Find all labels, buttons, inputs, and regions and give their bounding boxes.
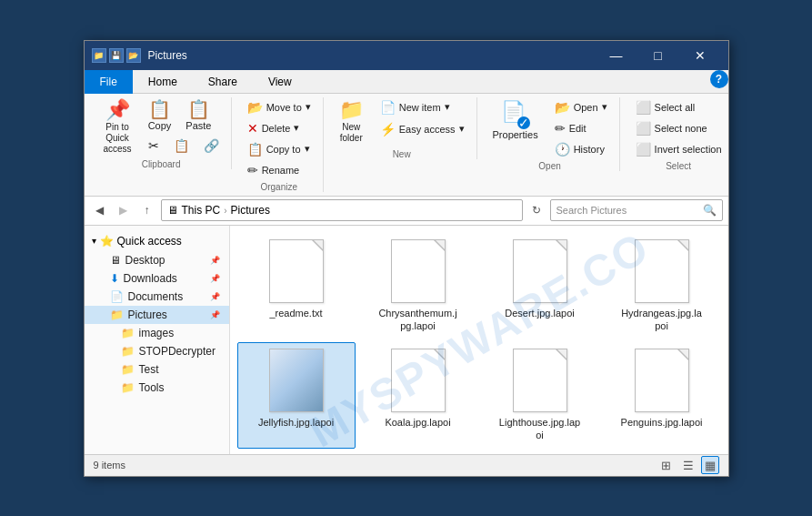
select-all-icon: ⬜ xyxy=(636,100,651,115)
edit-icon: ✏ xyxy=(555,121,566,136)
delete-arrow: ▾ xyxy=(294,122,299,134)
maximize-button[interactable]: □ xyxy=(637,41,679,70)
large-icon-view-button[interactable]: ⊞ xyxy=(657,456,676,474)
corner-inner xyxy=(679,240,688,249)
paste-shortcut-button[interactable]: 🔗 xyxy=(197,136,226,156)
file-icon-readme xyxy=(269,239,324,303)
cut-button[interactable]: ✂ xyxy=(142,136,165,156)
file-item-koala[interactable]: Koala.jpg.lapoi xyxy=(359,342,477,449)
back-button[interactable]: ◀ xyxy=(90,200,110,220)
history-label: History xyxy=(574,144,605,155)
paste-shortcut-icon: 🔗 xyxy=(204,138,219,153)
file-item-penguins[interactable]: Penguins.jpg.lapoi xyxy=(603,342,721,449)
file-item-lighthouse[interactable]: Lighthouse.jpg.lapoi xyxy=(481,342,599,449)
sidebar-item-desktop[interactable]: 🖥 Desktop 📌 xyxy=(85,251,229,269)
file-icon-lighthouse xyxy=(513,349,567,412)
copy-label: Copy xyxy=(148,120,172,131)
paste-button[interactable]: 📋 Paste xyxy=(179,97,217,134)
copy-to-arrow: ▾ xyxy=(305,143,310,155)
tab-home[interactable]: Home xyxy=(133,70,193,94)
copy-button[interactable]: 📋 Copy xyxy=(142,97,178,134)
history-icon: 🕐 xyxy=(555,142,570,157)
help-button[interactable]: ? xyxy=(710,70,728,88)
new-folder-button[interactable]: 📁 Newfolder xyxy=(333,97,370,147)
invert-icon: ⬜ xyxy=(636,142,651,157)
file-item-desert[interactable]: Desert.jpg.lapoi xyxy=(481,233,599,339)
file-area: MYSPYWARE.CO _readme.txt Chrys xyxy=(230,226,728,454)
edit-button[interactable]: ✏ Edit xyxy=(548,118,614,138)
sidebar-item-stopdecrypter[interactable]: 📁 STOPDecrypter xyxy=(85,342,229,360)
ribbon-group-clipboard: 📌 Pin to Quickaccess 📋 Copy 📋 Paste xyxy=(92,97,232,169)
invert-selection-button[interactable]: ⬜ Invert selection xyxy=(629,139,728,159)
properties-button[interactable]: 📄 ✓ Properties xyxy=(486,97,545,143)
select-buttons: ⬜ Select all ⬜ Select none ⬜ Invert sele… xyxy=(629,97,728,159)
select-none-icon: ⬜ xyxy=(636,121,651,136)
invert-selection-label: Invert selection xyxy=(655,144,722,155)
address-this-pc: This PC xyxy=(182,204,221,217)
copy-to-button[interactable]: 📋 Copy to ▾ xyxy=(241,139,317,159)
copy-icon: 📋 xyxy=(148,100,171,118)
stopdecrypter-label: STOPDecrypter xyxy=(139,345,216,358)
file-item-hydrangeas[interactable]: Hydrangeas.jpg.lapoi xyxy=(603,233,721,339)
file-name-desert: Desert.jpg.lapoi xyxy=(505,307,574,319)
file-name-readme: _readme.txt xyxy=(269,307,322,319)
sidebar-item-pictures[interactable]: 📁 Pictures 📌 xyxy=(85,306,229,324)
tab-file[interactable]: File xyxy=(85,70,133,94)
file-item-jellyfish[interactable]: Jellyfish.jpg.lapoi xyxy=(237,342,356,449)
stopdecrypter-icon: 📁 xyxy=(121,345,135,358)
quick-access-header[interactable]: ▾ ⭐ Quick access xyxy=(85,231,229,251)
list-view-button[interactable]: ▦ xyxy=(701,456,719,474)
pictures-label: Pictures xyxy=(128,309,167,321)
address-computer-icon: 🖥 xyxy=(167,204,178,217)
corner-inner xyxy=(436,240,445,249)
sidebar-item-downloads[interactable]: ⬇ Downloads 📌 xyxy=(85,269,229,288)
easy-access-button[interactable]: ⚡ Easy access ▾ xyxy=(374,119,471,139)
search-bar[interactable]: Search Pictures 🔍 xyxy=(550,199,723,221)
rename-button[interactable]: ✏ Rename xyxy=(241,160,317,180)
file-item-readme[interactable]: _readme.txt xyxy=(237,233,356,339)
documents-icon: 📄 xyxy=(110,290,124,303)
main-content: ▾ ⭐ Quick access 🖥 Desktop 📌 ⬇ Downloads… xyxy=(85,226,728,454)
up-button[interactable]: ↑ xyxy=(137,200,157,220)
history-button[interactable]: 🕐 History xyxy=(548,139,614,159)
sidebar-item-tools[interactable]: 📁 Tools xyxy=(85,379,229,397)
move-to-label: Move to xyxy=(266,102,302,113)
close-button[interactable]: ✕ xyxy=(679,41,721,70)
tab-share[interactable]: Share xyxy=(193,70,253,94)
forward-button[interactable]: ▶ xyxy=(114,200,134,220)
file-item-chrysanthemum[interactable]: Chrysanthemum.jpg.lapoi xyxy=(359,233,477,339)
title-icon-2: 💾 xyxy=(109,48,124,63)
sidebar-item-documents[interactable]: 📄 Documents 📌 xyxy=(85,288,229,306)
pin-to-quick-access-button[interactable]: 📌 Pin to Quickaccess xyxy=(97,97,138,157)
file-grid: _readme.txt Chrysanthemum.jpg.lapoi xyxy=(230,226,728,454)
explorer-window: 📁 💾 📂 Pictures — □ ✕ File Home Share Vie… xyxy=(84,40,729,477)
details-view-button[interactable]: ☰ xyxy=(679,456,697,474)
downloads-icon: ⬇ xyxy=(110,272,119,285)
copy-path-button[interactable]: 📋 xyxy=(167,136,195,156)
tools-label: Tools xyxy=(139,381,165,394)
easy-access-icon: ⚡ xyxy=(380,122,396,137)
file-icon-jellyfish xyxy=(269,349,324,412)
organize-group-label: Organize xyxy=(241,182,317,192)
corner-inner xyxy=(557,349,566,359)
sidebar-item-images[interactable]: 📁 images xyxy=(85,324,229,342)
minimize-button[interactable]: — xyxy=(596,41,637,70)
refresh-button[interactable]: ↻ xyxy=(526,200,546,220)
delete-button[interactable]: ✕ Delete ▾ xyxy=(241,118,317,138)
address-bar[interactable]: 🖥 This PC › Pictures xyxy=(161,199,523,221)
search-placeholder-text: Search Pictures xyxy=(556,205,627,216)
open-button[interactable]: 📂 Open ▾ xyxy=(548,97,614,117)
new-item-button[interactable]: 📄 New item ▾ xyxy=(374,97,471,117)
test-icon: 📁 xyxy=(121,363,135,376)
documents-label: Documents xyxy=(128,290,184,303)
open-col: 📂 Open ▾ ✏ Edit 🕐 History xyxy=(548,97,614,159)
select-none-label: Select none xyxy=(655,123,707,134)
downloads-label: Downloads xyxy=(124,272,177,285)
move-to-button[interactable]: 📂 Move to ▾ xyxy=(241,97,317,117)
select-all-button[interactable]: ⬜ Select all xyxy=(629,97,728,117)
clipboard-buttons: 📌 Pin to Quickaccess 📋 Copy 📋 Paste xyxy=(97,97,226,157)
select-none-button[interactable]: ⬜ Select none xyxy=(629,118,728,138)
sidebar-item-test[interactable]: 📁 Test xyxy=(85,360,229,379)
properties-icon-stack: 📄 ✓ xyxy=(501,100,530,129)
tab-view[interactable]: View xyxy=(253,70,307,94)
